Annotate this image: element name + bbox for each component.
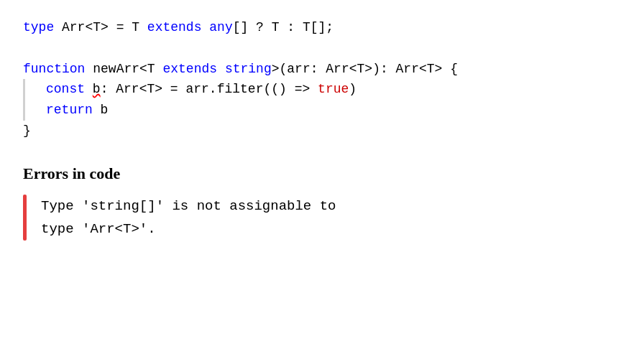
keyword-true: true bbox=[318, 79, 349, 100]
errors-section: Errors in code Type 'string[]' is not as… bbox=[23, 164, 621, 241]
error-block-1: Type 'string[]' is not assignable to typ… bbox=[23, 195, 621, 241]
indent-bar-2 bbox=[23, 100, 40, 121]
error-line-2: type 'Arr<T>'. bbox=[41, 218, 336, 241]
code-line-1: type Arr<T> = T extends any[] ? T : T[]; bbox=[23, 17, 621, 38]
error-bar bbox=[23, 195, 27, 241]
code-line-3: function newArr<T extends string>(arr: A… bbox=[23, 59, 621, 80]
var-b: b bbox=[93, 79, 101, 100]
keyword-return: return bbox=[46, 100, 93, 121]
keyword-extends: extends bbox=[147, 17, 202, 38]
errors-heading: Errors in code bbox=[23, 164, 621, 183]
keyword-extends2: extends bbox=[162, 59, 217, 80]
page-container: type Arr<T> = T extends any[] ? T : T[];… bbox=[0, 0, 644, 258]
code-line-5: return b bbox=[23, 100, 621, 121]
keyword-const: const bbox=[46, 79, 85, 100]
code-line-2 bbox=[23, 38, 621, 59]
code-line-4: const b: Arr<T> = arr.filter(() => true) bbox=[23, 79, 621, 100]
code-block: type Arr<T> = T extends any[] ? T : T[];… bbox=[23, 17, 621, 141]
code-line-6: } bbox=[23, 121, 621, 141]
keyword-type: type bbox=[23, 17, 54, 38]
keyword-function: function bbox=[23, 59, 85, 80]
indent-bar-1 bbox=[23, 79, 40, 100]
error-text: Type 'string[]' is not assignable to typ… bbox=[41, 195, 336, 241]
error-line-1: Type 'string[]' is not assignable to bbox=[41, 195, 336, 218]
keyword-any: any bbox=[209, 17, 232, 38]
keyword-string: string bbox=[225, 59, 272, 80]
